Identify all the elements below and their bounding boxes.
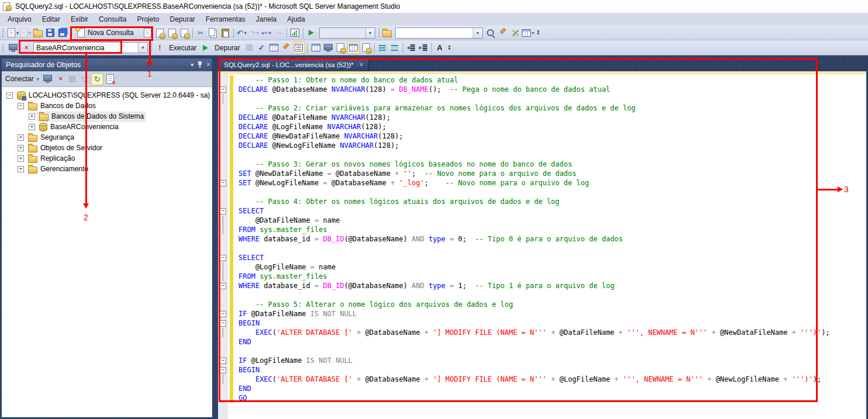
toolbar-grip[interactable] [2,28,5,37]
outline-collapse-icon[interactable]: − [218,206,228,216]
outline-collapse-icon[interactable]: − [218,85,228,94]
ide-navigator-icon[interactable]: ▾ [522,27,534,39]
script-error-icon[interactable] [105,74,116,85]
code-editor-surface[interactable]: -- Passo 1: Obter o nome do banco de dad… [218,74,866,419]
connect-button[interactable]: Conectar [5,75,34,83]
window-position-icon[interactable]: ▾ [191,62,193,68]
save-all-icon[interactable] [57,27,68,39]
debug-button[interactable]: Depurar [215,44,240,52]
add-item-icon[interactable]: ▾ [20,27,31,39]
outline-collapse-icon[interactable]: − [218,309,228,318]
stop-icon[interactable] [67,74,78,85]
properties-window-icon[interactable] [497,27,509,39]
tree-item-replicacao[interactable]: +Replicação [2,153,212,164]
disconnect-connection-icon[interactable] [20,42,31,53]
toolbar-grip-2[interactable] [2,43,5,53]
toolbar-options-icon-2[interactable]: ▾▾ [446,46,453,50]
menu-item-ferramentas[interactable]: Ferramentas [200,14,251,25]
refresh-icon[interactable]: ↻ [91,73,103,85]
outline-collapse-icon[interactable]: − [218,318,228,328]
activity-monitor-icon[interactable] [289,27,300,39]
menu-item-arquivo[interactable]: Arquivo [2,14,37,25]
menu-item-projeto[interactable]: Projeto [132,14,164,25]
execute-mark-icon[interactable]: ! [154,42,165,53]
expand-icon[interactable]: + [29,113,35,120]
filter-icon[interactable]: ▽ [79,74,90,85]
menu-item-depurar[interactable]: Depurar [164,14,200,25]
results-to-file-icon[interactable] [361,42,372,53]
chevron-down-icon[interactable]: ▾ [269,30,271,36]
menu-item-editar[interactable]: Editar [37,14,65,25]
xmla-query-icon[interactable] [179,27,190,39]
new-file-icon[interactable]: ▾ [8,27,19,39]
chevron-down-icon[interactable]: ▾ [16,30,19,36]
tree-item-bancos-sistema[interactable]: +Bancos de Dados do Sistema [2,111,212,122]
tab-close-icon[interactable]: × [359,61,364,68]
pin-icon[interactable] [198,61,202,69]
execute-button[interactable]: Executar [169,44,196,52]
tree-item-bancos-de-dados[interactable]: −Bancos de Dados [2,101,212,111]
toolbar-combo-disabled[interactable]: ▾ [319,27,375,39]
outline-collapse-icon[interactable]: − [218,365,228,375]
chevron-down-icon[interactable]: ▾ [138,43,147,53]
tab-sqlquery2[interactable]: SQLQuery2.sql - LOC...veniencia (sa (52)… [219,58,369,71]
paste-icon[interactable] [220,27,231,39]
tree-item-gerenciamento[interactable]: +Gerenciamento [2,164,212,174]
increase-indent-icon[interactable] [418,42,429,53]
results-to-text-icon[interactable] [335,42,346,53]
comment-icon[interactable] [377,42,388,53]
tree-item-baseARconveniencia[interactable]: +BaseARConveniencia [2,122,212,132]
chevron-down-icon[interactable]: ▾ [244,30,247,36]
outline-collapse-icon[interactable]: − [218,356,228,365]
decrease-indent-icon[interactable] [406,42,417,53]
cut-icon[interactable]: ✂ [195,27,206,39]
expand-icon[interactable]: + [18,145,24,151]
save-icon[interactable] [44,27,56,39]
redo-icon[interactable]: ↷▾ [248,27,260,39]
connect-object-icon[interactable] [42,74,53,85]
outline-collapse-icon[interactable]: − [218,281,228,290]
collapse-icon[interactable]: − [6,92,13,99]
menu-item-janela[interactable]: Janela [251,14,282,25]
chevron-down-icon[interactable]: ▾ [365,28,375,38]
stop-icon[interactable] [244,42,255,53]
tree-item-objetos-servidor[interactable]: +Objetos de Servidor [2,143,212,153]
navigate-backward-icon[interactable]: ↩▾ [261,27,272,39]
results-to-grid-icon[interactable] [347,41,359,54]
results-pane-icon[interactable] [293,41,305,54]
find-folder-icon[interactable] [382,27,393,39]
copy-icon[interactable] [208,27,219,39]
disconnect-object-icon[interactable] [54,74,65,85]
change-case-icon[interactable]: A [434,42,445,53]
chevron-down-icon[interactable]: ▾ [29,30,31,36]
navigate-forward-icon[interactable]: ↪ [273,27,284,39]
find-combo[interactable]: ▾ [395,27,483,39]
open-file-icon[interactable] [32,27,43,39]
menu-item-exibir[interactable]: Exibir [65,14,94,25]
expand-icon[interactable]: + [18,155,24,162]
menu-item-ajuda[interactable]: Ajuda [282,14,310,25]
expand-icon[interactable]: + [18,134,24,141]
collapse-icon[interactable]: − [18,103,24,109]
outline-collapse-icon[interactable]: − [218,178,228,188]
menu-item-consulta[interactable]: Consulta [94,14,132,25]
estimated-plan-icon[interactable] [268,42,279,53]
toolbar-options-icon[interactable]: ▾▾ [535,30,542,35]
undo-icon[interactable]: ↶▾ [236,27,247,39]
expand-icon[interactable]: + [29,124,35,130]
object-explorer-tree[interactable]: −LOCALHOST\SQLEXPRESS (SQL Server 12.0.6… [2,87,212,417]
uncomment-icon[interactable] [389,42,400,53]
expand-icon[interactable]: + [18,166,24,172]
debug-play-icon[interactable] [200,42,211,53]
database-engine-query-icon[interactable] [142,27,153,39]
sqlcmd-mode-icon[interactable] [310,42,321,53]
close-icon[interactable]: × [206,62,210,68]
outline-collapse-icon[interactable]: − [218,253,228,262]
new-query-button[interactable]: Nova Consulta [74,27,140,39]
tree-item-server[interactable]: −LOCALHOST\SQLEXPRESS (SQL Server 12.0.6… [2,90,212,101]
start-icon[interactable] [306,27,317,39]
query-options-icon[interactable] [281,42,292,53]
chevron-down-icon[interactable]: ▾ [532,30,534,36]
chevron-down-icon[interactable]: ▾ [473,28,482,38]
find-options-icon[interactable] [485,27,496,39]
